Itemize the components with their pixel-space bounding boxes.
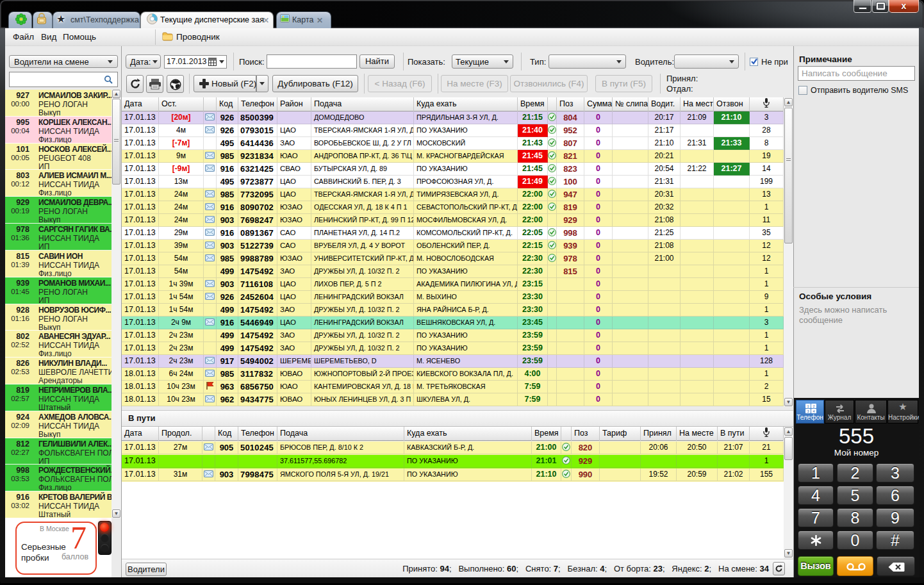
svg-text:2: 2 <box>813 404 814 408</box>
svg-text:3: 3 <box>807 409 809 413</box>
svg-text:1: 1 <box>807 404 809 408</box>
svg-text:4: 4 <box>813 409 814 413</box>
